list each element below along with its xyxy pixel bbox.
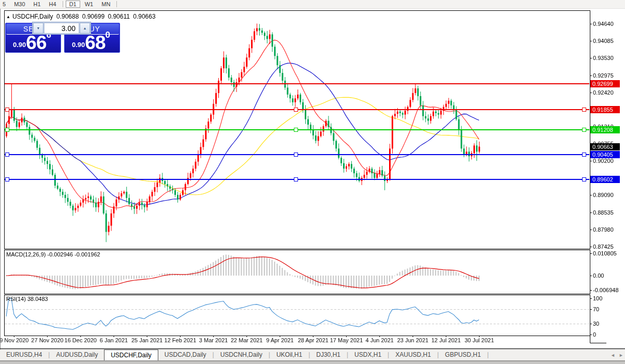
x-axis-date-label: 6 Jan 2021 [100, 337, 128, 343]
level-price-tag: 0.89602 [590, 176, 620, 183]
y-axis-label: 0.94085 [593, 38, 614, 44]
chart-tab-usdcad[interactable]: USDCAD,Daily [158, 350, 213, 360]
tab-divider: | [487, 350, 488, 360]
volume-increase-button[interactable]: ▲ [80, 23, 90, 34]
y-axis-label: 0.87980 [593, 226, 614, 233]
x-axis-date-label: 17 May 2021 [330, 337, 363, 343]
tab-scroll-right-arrow[interactable]: ► [619, 353, 623, 358]
volume-decrease-button[interactable]: ▼ [33, 23, 43, 34]
tab-scroll-left-arrow[interactable]: ◄ [611, 353, 615, 358]
ohlc-high: 0.90699 [82, 13, 105, 20]
x-axis-date-label: 3 Mar 2021 [199, 337, 228, 343]
ohlc-open: 0.90688 [56, 13, 79, 20]
toolbar-separator [63, 1, 63, 7]
window-bottom-strip [0, 361, 625, 364]
chart-tab-xauusd[interactable]: XAUUSD,H1 [389, 350, 437, 360]
x-axis-date-label: 27 Nov 2020 [31, 337, 63, 343]
timeframe-button-m30[interactable]: M30 [10, 1, 28, 8]
timeframe-button-d1[interactable]: D1 [66, 1, 80, 8]
macd-scale-label: 0.010805 [593, 250, 617, 256]
y-axis-label: 0.88535 [593, 209, 614, 216]
timeframe-button-h4[interactable]: H4 [46, 1, 60, 8]
rsi-scale-label: 100 [593, 295, 602, 301]
timeframe-button-mn[interactable]: MN [98, 1, 114, 8]
y-axis-label: 0.92975 [593, 72, 614, 79]
chart-title: ▲USDCHF,Daily 0.90688 0.90699 0.90611 0.… [6, 13, 157, 20]
chart-tab-usdchf[interactable]: USDCHF,Daily [104, 350, 158, 360]
chart-tab-dj30[interactable]: DJ30,H1 [310, 350, 347, 360]
chart-tab-usdcnh[interactable]: USDCNH,Daily [214, 350, 269, 360]
level-price-tag: 0.91855 [590, 106, 620, 113]
timeframe-toolbar: 5M30H1H4D1W1MN [0, 0, 625, 9]
rsi-scale-label: 30 [593, 321, 599, 327]
timeframe-button-h1[interactable]: H1 [30, 1, 44, 8]
level-price-tag: 0.92699 [590, 80, 620, 87]
rsi-scale-label: 70 [593, 306, 599, 312]
volume-spinner: ▼ ▲ [32, 22, 91, 35]
chart-tab-usdx[interactable]: USDX,H1 [348, 350, 388, 360]
level-price-tag: 0.91208 [590, 126, 620, 133]
x-axis-date-label: 9 Nov 2020 [0, 337, 28, 343]
x-axis-date-label: 25 Jan 2021 [131, 337, 163, 343]
rsi-indicator-label: RSI(14) 38.0483 [6, 296, 48, 302]
ohlc-low: 0.90611 [108, 13, 130, 20]
x-axis-date-label: 23 Jun 2021 [397, 337, 429, 343]
y-axis-label: 0.94640 [593, 21, 614, 27]
timeframe-button-5[interactable]: 5 [0, 1, 9, 8]
y-axis-label: 0.87425 [593, 244, 614, 250]
timeframe-button-w1[interactable]: W1 [81, 1, 97, 8]
rsi-scale-label: 0 [593, 331, 596, 338]
level-price-tag: 0.90405 [590, 151, 620, 158]
toolbar-separator [116, 1, 117, 7]
y-axis-label: 0.93530 [593, 55, 614, 61]
symbol-arrow-icon[interactable]: ▲ [6, 14, 10, 19]
x-axis-date-label: 12 Feb 2021 [165, 337, 197, 343]
y-axis-label: 0.92420 [593, 89, 614, 96]
x-axis-date-label: 28 Apr 2021 [298, 337, 329, 343]
macd-scale-label: 0.00 [593, 272, 604, 279]
symbol-period-label: USDCHF,Daily [12, 13, 53, 20]
x-axis-date-label: 4 Jun 2021 [366, 337, 394, 343]
chart-canvas[interactable] [0, 0, 625, 364]
x-axis-date-label: 12 Jul 2021 [431, 337, 461, 343]
current-price-tag: 0.90663 [590, 143, 620, 150]
one-click-trading-panel: SELL 0.90666 BUY 0.90680 ▼ ▲ [5, 22, 121, 53]
volume-input[interactable] [44, 23, 79, 34]
y-axis-label: 0.89090 [593, 192, 614, 198]
x-axis-date-label: 9 Apr 2021 [266, 337, 293, 343]
chart-tab-audusd[interactable]: AUDUSD,Daily [50, 350, 104, 360]
x-axis-date-label: 16 Dec 2020 [65, 337, 97, 343]
ohlc-close: 0.90663 [133, 13, 155, 20]
chart-tab-gbpusd[interactable]: GBPUSD,H1 [439, 350, 487, 360]
chart-tab-eurusd[interactable]: EURUSD,H4 [0, 350, 48, 360]
x-axis-date-label: 30 Jul 2021 [465, 337, 494, 343]
x-axis-date-label: 22 Mar 2021 [231, 337, 263, 343]
macd-indicator-label: MACD(12,26,9) -0.002946 -0.001962 [6, 251, 100, 257]
y-axis-label: 0.90200 [593, 158, 614, 164]
chart-tab-bar: EURUSD,H4|AUDUSD,DailyUSDCHF,DailyUSDCAD… [0, 350, 625, 360]
chart-tab-ukoil[interactable]: UKOil,H1 [270, 350, 308, 360]
macd-scale-label: -0.006948 [593, 287, 619, 293]
